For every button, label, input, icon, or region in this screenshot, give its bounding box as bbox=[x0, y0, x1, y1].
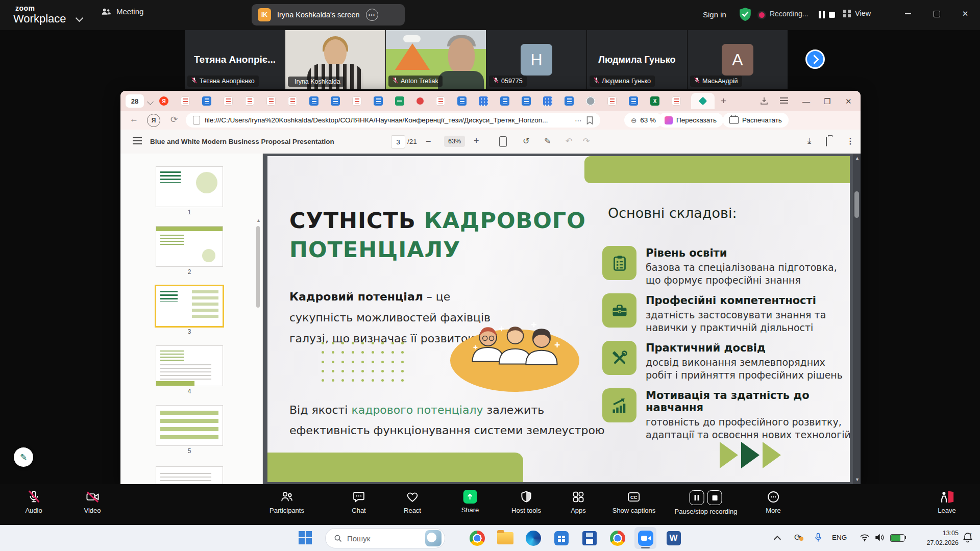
doc-blue-tab-favicon[interactable] bbox=[457, 96, 467, 106]
doc-red-tab-favicon[interactable] bbox=[607, 96, 617, 106]
video-button[interactable]: Video bbox=[84, 490, 101, 514]
participant-tile[interactable]: Тетяна Анопріє... Тетяна Анопрієнко bbox=[185, 30, 285, 89]
participant-tile[interactable]: A МасьАндрій bbox=[688, 30, 788, 89]
new-tab-button[interactable]: + bbox=[721, 95, 726, 107]
url-more-icon[interactable]: ⋯ bbox=[575, 116, 582, 124]
doc-blue-tab-favicon[interactable] bbox=[331, 96, 340, 106]
page-zoom-chip[interactable]: ⊖ 63 % bbox=[624, 113, 663, 128]
tab-counter[interactable]: 28 bbox=[126, 94, 144, 108]
doc-red-tab-favicon[interactable] bbox=[352, 96, 361, 106]
dot-red-tab-favicon[interactable] bbox=[416, 97, 424, 105]
pdf-more-icon[interactable]: ⋮ bbox=[846, 136, 854, 146]
taskbar-app-explorer[interactable] bbox=[494, 527, 516, 549]
pdf-scrollbar[interactable]: ▲ ▼ bbox=[853, 154, 861, 484]
recording-controls[interactable]: Pause/stop recording bbox=[675, 490, 738, 515]
sheet-green-tab-favicon[interactable] bbox=[395, 96, 404, 106]
browser-minimize-button[interactable]: — bbox=[802, 97, 810, 106]
rotate-icon[interactable]: ↺ bbox=[523, 136, 529, 146]
doc-blue-tab-favicon[interactable] bbox=[629, 96, 638, 106]
excel-green-tab-favicon[interactable]: X bbox=[650, 96, 659, 106]
url-bar[interactable]: file:///C:/Users/Iryna%20Koshkalda/Deskt… bbox=[186, 113, 600, 128]
grid-blue-tab-favicon[interactable] bbox=[543, 96, 552, 106]
host-tools-button[interactable]: Host tools bbox=[511, 490, 541, 514]
sign-in-button[interactable]: Sign in bbox=[703, 10, 726, 19]
taskbar-search[interactable]: Пошук bbox=[325, 528, 445, 548]
doc-blue-tab-favicon[interactable] bbox=[500, 96, 509, 106]
reload-icon[interactable]: ⟳ bbox=[170, 114, 178, 125]
taskbar-app-store[interactable] bbox=[550, 527, 572, 549]
doc-red-tab-favicon[interactable] bbox=[224, 96, 233, 106]
stop-recording-button[interactable] bbox=[707, 490, 722, 505]
taskbar-app-chrome[interactable] bbox=[466, 527, 488, 549]
start-button[interactable] bbox=[298, 531, 312, 545]
doc-blue-tab-favicon[interactable] bbox=[522, 96, 531, 106]
fit-page-icon[interactable] bbox=[499, 136, 507, 147]
participant-tile[interactable]: H 059775 bbox=[486, 30, 586, 89]
wifi-icon[interactable] bbox=[860, 534, 870, 542]
zoom-in-icon[interactable]: + bbox=[474, 136, 479, 146]
volume-icon[interactable] bbox=[875, 533, 884, 542]
yandex-icon[interactable]: Я bbox=[147, 114, 160, 127]
sync-icon[interactable]: ⟳ bbox=[794, 532, 801, 543]
tab-list-chevron-icon[interactable] bbox=[147, 98, 154, 105]
thumbnail-page-1[interactable] bbox=[156, 167, 223, 207]
tab-shared-screen[interactable]: IK Iryna Koshkalda's screen ••• bbox=[252, 4, 405, 26]
grid-blue-tab-favicon[interactable] bbox=[479, 96, 488, 106]
doc-blue-tab-favicon[interactable] bbox=[309, 96, 318, 106]
taskbar-app-browser[interactable] bbox=[606, 527, 628, 549]
tray-mic-icon[interactable] bbox=[815, 533, 822, 543]
pdf-download-icon[interactable]: ⤓ bbox=[807, 136, 811, 145]
thumbnail-page-3-current[interactable] bbox=[156, 286, 223, 326]
participant-tile[interactable]: Anton Tretiak bbox=[386, 30, 486, 89]
audio-button[interactable]: Audio bbox=[25, 490, 42, 514]
sidebar-scrollbar[interactable]: ▲ ▼ bbox=[256, 220, 260, 484]
pdf-menu-icon[interactable] bbox=[133, 137, 142, 144]
thumbnail-page-4[interactable] bbox=[156, 346, 223, 386]
scrollbar-thumb[interactable] bbox=[854, 191, 859, 218]
doc-red-tab-favicon[interactable] bbox=[266, 96, 276, 106]
react-button[interactable]: React bbox=[404, 490, 421, 514]
pdf-zoom-value[interactable]: 63% bbox=[444, 136, 465, 147]
taskbar-app-zoom[interactable] bbox=[634, 527, 656, 549]
window-minimize-button[interactable] bbox=[899, 6, 917, 21]
undo-icon[interactable]: ↶ bbox=[566, 136, 572, 146]
captions-button[interactable]: CC Show captions bbox=[612, 490, 656, 514]
notification-bell-icon[interactable]: z bbox=[963, 532, 973, 543]
window-close-button[interactable]: ✕ bbox=[957, 6, 974, 21]
downloads-panel-icon[interactable] bbox=[760, 96, 769, 106]
scroll-up-icon[interactable]: ▲ bbox=[256, 218, 261, 223]
thumbnail-page-6[interactable] bbox=[156, 467, 223, 484]
panel-menu-icon[interactable] bbox=[780, 97, 788, 104]
next-participants-button[interactable] bbox=[805, 49, 825, 69]
redo-icon[interactable]: ↷ bbox=[583, 136, 590, 146]
taskbar-app-edge[interactable] bbox=[522, 527, 544, 549]
scroll-down-icon[interactable]: ▼ bbox=[855, 477, 860, 482]
active-tab[interactable] bbox=[691, 93, 715, 109]
security-shield-icon[interactable] bbox=[739, 7, 752, 21]
search-highlight-image[interactable] bbox=[425, 530, 442, 546]
pdf-print-icon[interactable] bbox=[826, 137, 827, 146]
pause-recording-button[interactable] bbox=[690, 490, 704, 505]
doc-blue-tab-favicon[interactable] bbox=[565, 96, 574, 106]
doc-blue-tab-favicon[interactable] bbox=[202, 96, 211, 106]
page-number-input[interactable]: 3 bbox=[391, 135, 405, 148]
draw-icon[interactable]: ✎ bbox=[544, 136, 551, 146]
browser-restore-button[interactable]: ❐ bbox=[824, 97, 830, 106]
pause-recording-icon[interactable] bbox=[819, 11, 825, 18]
workspace-chevron-icon[interactable] bbox=[76, 14, 84, 22]
tab-meeting[interactable]: Meeting bbox=[101, 7, 143, 16]
globe-gray-tab-favicon[interactable] bbox=[586, 96, 595, 106]
leave-button[interactable]: Leave bbox=[938, 490, 955, 514]
back-icon[interactable]: ← bbox=[130, 114, 138, 124]
battery-icon[interactable] bbox=[890, 534, 904, 542]
print-page-button[interactable]: Распечатать bbox=[723, 113, 789, 128]
share-button[interactable]: Share bbox=[461, 490, 479, 514]
yandex-tab-favicon[interactable]: Я bbox=[159, 96, 168, 106]
taskbar-app-word[interactable]: W bbox=[663, 527, 684, 549]
doc-red-tab-favicon[interactable] bbox=[181, 96, 190, 106]
bookmark-icon[interactable] bbox=[586, 116, 593, 124]
participant-tile-active-speaker[interactable]: Iryna Koshkalda bbox=[285, 30, 385, 89]
scrollbar-thumb[interactable] bbox=[256, 226, 260, 308]
taskbar-app-save[interactable] bbox=[578, 527, 600, 549]
stop-recording-icon[interactable] bbox=[829, 12, 835, 18]
